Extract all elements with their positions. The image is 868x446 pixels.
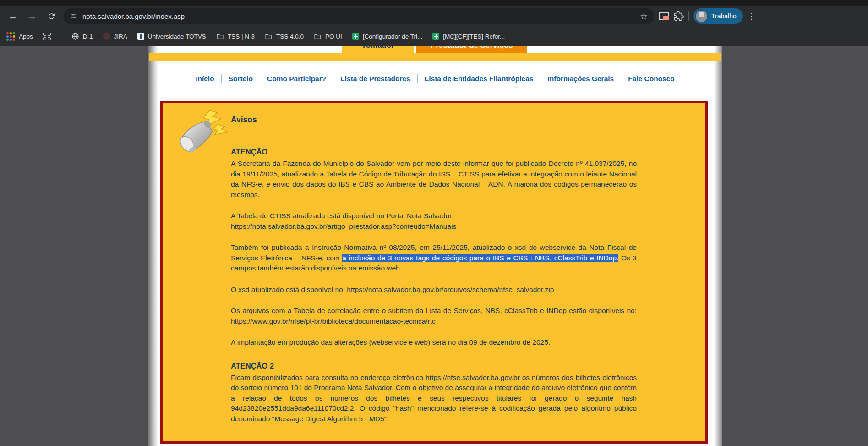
paragraph: Os arquivos com a Tabela de correlação e… (231, 306, 637, 326)
notice-box: Avisos ATENÇÃO A Secretaria da Fazenda d… (160, 101, 708, 444)
site-settings-icon[interactable] (70, 12, 78, 20)
browser-viewport: Tomador Prestador de Serviços Início Sor… (0, 46, 868, 446)
sheets-icon (352, 33, 359, 40)
bookmark-item[interactable]: Universidade TOTVS (137, 33, 206, 40)
notice-content: Avisos ATENÇÃO A Secretaria da Fazenda d… (163, 103, 705, 424)
paragraph: A Secretaria da Fazenda do Município do … (231, 159, 637, 200)
page-edge-right (714, 46, 722, 446)
nav-lista-de-prestadores[interactable]: Lista de Prestadores (333, 74, 417, 83)
section1-heading: ATENÇÃO (231, 148, 637, 156)
nav-lista-de-entidades-filantropicas[interactable]: Lista de Entidades Filantrópicas (418, 74, 541, 83)
totvs-icon (137, 33, 144, 40)
bookmarks-separator (61, 31, 61, 41)
url-text[interactable]: nota.salvador.ba.gov.br/index.asp (82, 12, 635, 20)
bookmark-label: TSS | N-3 (228, 33, 255, 40)
back-button[interactable]: ← (5, 9, 20, 23)
bookmarks-bar: Apps D-1 JIRA Universidade TOTVS TSS | N… (0, 27, 868, 46)
paragraph-link-text: https://nota.salvador.ba.gov.br/artigo_p… (231, 222, 456, 230)
browser-tab-strip (0, 0, 868, 6)
folder-icon (265, 33, 273, 40)
bookmark-folder[interactable]: TSS | N-3 (216, 33, 255, 40)
paragraph: A Tabela de CTISS atualizada está dispon… (231, 211, 637, 231)
url-bar[interactable]: nota.salvador.ba.gov.br/index.asp ☆ (63, 8, 654, 24)
menu-button[interactable]: ⋮ (748, 11, 754, 21)
nav-fale-conosco[interactable]: Fale Conosco (621, 74, 682, 83)
nav-como-participar[interactable]: Como Participar? (260, 74, 333, 83)
tab-tomador-label: Tomador (361, 46, 394, 50)
folder-icon (216, 33, 224, 40)
bookmark-label: TSS 4.0.0 (276, 33, 304, 40)
tab-media-icon[interactable] (659, 12, 669, 20)
bookmark-folder[interactable]: TSS 4.0.0 (265, 33, 304, 40)
folder-icon (314, 33, 322, 40)
browser-toolbar: ← → nota.salvador.ba.gov.br/index.asp ☆ … (0, 6, 868, 27)
paragraph: Ficam disponibilizados para consulta no … (231, 373, 637, 424)
nav-inicio[interactable]: Início (189, 74, 221, 83)
reload-icon (47, 12, 56, 21)
site-tabs: Tomador Prestador de Serviços (149, 46, 721, 53)
bookmark-item[interactable]: D-1 (71, 33, 93, 40)
reading-list-grid-icon[interactable] (43, 33, 51, 40)
bookmark-folder[interactable]: PO UI (314, 33, 342, 40)
main-nav: Início Sorteio Como Participar? Lista de… (149, 74, 721, 83)
bookmark-label: [MC][CF][TES] Refor... (443, 33, 505, 40)
bookmark-item[interactable]: JIRA (103, 33, 127, 40)
extensions-icon[interactable] (674, 11, 684, 21)
jira-icon (103, 33, 110, 40)
bookmark-label: Universidade TOTVS (148, 33, 206, 40)
apps-shortcut[interactable]: Apps (6, 32, 33, 41)
bookmark-label: JIRA (114, 33, 127, 40)
profile-chip[interactable]: Trabalho (693, 8, 743, 24)
paragraph: Também foi publicada a Instrução Normati… (231, 242, 637, 274)
paragraph-text: A Tabela de CTISS atualizada está dispon… (231, 212, 454, 220)
page-body: Tomador Prestador de Serviços Início Sor… (149, 46, 721, 446)
paragraph: A implantação em produção das alterações… (231, 337, 637, 348)
nav-informacoes-gerais[interactable]: Informações Gerais (540, 74, 621, 83)
sheets-icon (432, 33, 439, 40)
avatar (695, 10, 708, 22)
forward-button[interactable]: → (25, 9, 39, 23)
bookmark-label: [Configurador de Tri... (363, 33, 423, 40)
page-edge-left (148, 46, 158, 446)
selected-text: a inclusão de 3 novas tags de códigos pa… (342, 254, 618, 262)
reload-button[interactable] (44, 9, 59, 23)
toolbar-separator (688, 11, 689, 21)
tab-prestador-label: Prestador de Serviços (431, 46, 513, 50)
apps-label: Apps (19, 33, 33, 40)
bookmark-star-icon[interactable]: ☆ (640, 11, 648, 22)
bookmark-item[interactable]: [MC][CF][TES] Refor... (432, 33, 505, 40)
globe-icon (71, 33, 79, 40)
nav-sorteio[interactable]: Sorteio (222, 74, 260, 83)
tab-media-fill (663, 16, 669, 20)
notice-title: Avisos (231, 115, 637, 125)
header-accent-bar (149, 53, 721, 61)
bookmark-item[interactable]: [Configurador de Tri... (352, 33, 423, 40)
bookmark-label: PO UI (325, 33, 342, 40)
bookmark-label: D-1 (83, 33, 93, 40)
apps-grid-icon (6, 32, 15, 41)
paragraph: O xsd atualizado está disponível no: htt… (231, 285, 637, 295)
profile-name: Trabalho (711, 12, 737, 20)
section2-heading: ATENÇÃO 2 (231, 362, 637, 370)
tab-prestador-de-servicos[interactable]: Prestador de Serviços (416, 46, 527, 53)
tab-tomador[interactable]: Tomador (342, 46, 414, 53)
